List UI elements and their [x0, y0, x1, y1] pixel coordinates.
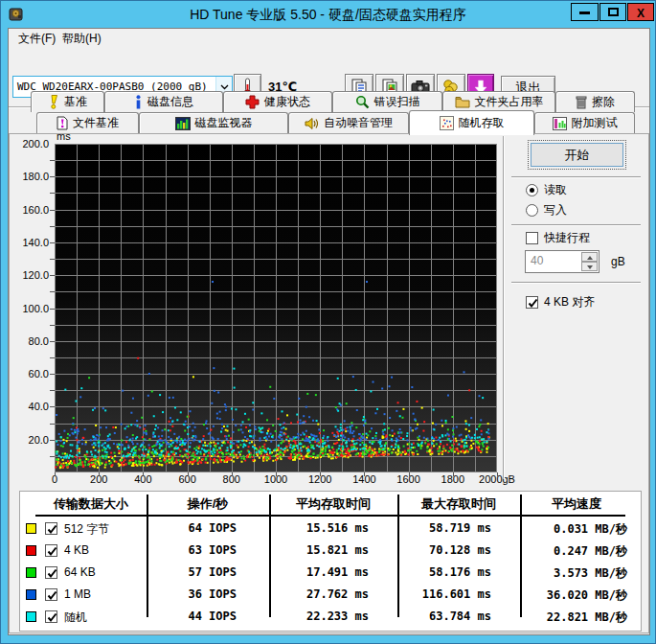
y-tick [50, 440, 55, 441]
y-axis-label: 40.0 [11, 401, 49, 412]
write-radio[interactable] [526, 204, 538, 217]
tab-label: 自动噪音管理 [324, 115, 393, 131]
tab-label: 随机存取 [459, 115, 505, 131]
series-label: 1 MB [64, 587, 147, 601]
series-checkbox[interactable] [45, 522, 57, 535]
client-area: 文件(F) 帮助(H) WDC WD20EARX-00PASB0 (2000 g… [8, 28, 650, 635]
table-header: 操作/秒 [148, 495, 267, 513]
y-tick [50, 325, 55, 326]
y-axis-label: 100.0 [11, 303, 49, 314]
x-tick [99, 472, 100, 476]
tab-random-access[interactable]: 随机存取 [409, 110, 534, 135]
tab-label: 附加测试 [572, 115, 618, 131]
spin-up-button[interactable] [581, 252, 598, 262]
y-axis-unit: ms [57, 130, 71, 142]
align-checkbox[interactable] [526, 296, 538, 309]
maximize-button[interactable] [599, 3, 626, 21]
tab-aam[interactable]: 自动噪音管理 [288, 112, 409, 133]
y-tick [50, 291, 55, 292]
close-button[interactable]: X [627, 3, 654, 21]
table-row: 512 字节64 IOPS15.516 ms58.719 ms0.031 MB/… [20, 518, 641, 540]
read-option[interactable]: 读取 [526, 182, 567, 198]
series-checkbox[interactable] [45, 610, 57, 623]
tab-label: 磁盘监视器 [195, 115, 253, 131]
series-label: 64 KB [64, 565, 147, 579]
spin-down-button[interactable] [581, 262, 598, 271]
spinner-buttons [581, 252, 598, 271]
tab-erase[interactable]: 擦除 [555, 91, 635, 112]
short-stroke-size-field[interactable]: 40 [525, 250, 599, 273]
tab-disk-info[interactable]: 磁盘信息 [104, 91, 223, 112]
start-button[interactable]: 开始 [531, 143, 623, 167]
speed-value: 0.031 MB/秒 [522, 521, 631, 538]
short-stroke-option[interactable]: 快捷行程 [526, 230, 590, 246]
x-tick [188, 472, 189, 476]
file-benchmark-icon [57, 116, 68, 130]
speed-value: 22.821 MB/秒 [522, 610, 631, 626]
series-checkbox[interactable] [45, 588, 57, 601]
write-option[interactable]: 写入 [526, 202, 567, 218]
separator [511, 224, 641, 226]
avg-access-value: 17.491 ms [271, 565, 396, 579]
iops-value: 36 IOPS [148, 587, 267, 601]
tab-disk-monitor[interactable]: 磁盘监视器 [139, 112, 288, 133]
read-label: 读取 [544, 182, 567, 198]
y-tick [50, 242, 55, 243]
extra-tests-icon [553, 117, 567, 130]
table-header: 最大存取时间 [399, 495, 518, 513]
iops-value: 64 IOPS [148, 521, 267, 535]
menu-help[interactable]: 帮助(H) [55, 29, 109, 48]
table-row: 64 KB57 IOPS17.491 ms58.176 ms3.573 MB/秒 [20, 563, 641, 585]
x-tick [453, 472, 454, 476]
tab-label: 擦除 [592, 94, 615, 110]
tab-label: 错误扫描 [374, 94, 420, 110]
minimize-button[interactable] [571, 3, 599, 21]
toolbar: WDC WD20EARX-00PASB0 (2000 gB) 31℃ [9, 48, 649, 88]
tab-file-benchmark[interactable]: 文件基准 [36, 112, 139, 133]
table-row: 4 KB63 IOPS15.821 ms70.128 ms0.247 MB/秒 [20, 540, 641, 563]
read-radio[interactable] [526, 184, 538, 196]
y-tick [50, 341, 55, 342]
x-tick [409, 472, 410, 476]
tab-row-2: 文件基准 磁盘监视器 自动噪音管理 [9, 112, 649, 133]
x-tick [320, 472, 321, 476]
header-underline [35, 515, 625, 517]
max-access-value: 70.128 ms [399, 543, 518, 557]
max-access-value: 116.601 ms [399, 587, 518, 601]
short-stroke-checkbox[interactable] [526, 232, 538, 244]
random-access-chart [55, 144, 497, 472]
benchmark-icon [48, 95, 59, 109]
tab-row-1: 基准 磁盘信息 健康状态 错误扫描 [9, 91, 649, 112]
speed-value: 36.020 MB/秒 [522, 587, 631, 604]
y-tick [50, 210, 55, 211]
y-tick [50, 406, 55, 407]
max-access-value: 58.719 ms [399, 521, 518, 535]
tab-benchmark[interactable]: 基准 [31, 91, 104, 112]
y-axis-label: 180.0 [11, 171, 49, 182]
x-tick [55, 472, 56, 476]
table-row: 随机44 IOPS22.233 ms63.784 ms22.821 MB/秒 [20, 607, 641, 629]
series-checkbox[interactable] [45, 566, 57, 579]
tab-label: 磁盘信息 [147, 94, 193, 110]
y-axis-label: 20.0 [11, 434, 49, 446]
tab-label: 健康状态 [264, 94, 310, 110]
tab-extra-tests[interactable]: 附加测试 [534, 112, 635, 133]
short-stroke-label: 快捷行程 [544, 230, 590, 246]
align-option[interactable]: 4 KB 对齐 [526, 294, 595, 310]
tab-label: 文件基准 [73, 115, 119, 131]
series-color-swatch [26, 567, 36, 578]
menu-bar: 文件(F) 帮助(H) [9, 29, 649, 48]
avg-access-value: 27.762 ms [271, 587, 396, 601]
avg-access-value: 15.821 ms [271, 543, 396, 557]
tab-health[interactable]: 健康状态 [223, 91, 332, 112]
disk-monitor-icon [175, 117, 191, 130]
tab-error-scan[interactable]: 错误扫描 [332, 91, 442, 112]
y-tick [50, 456, 55, 457]
y-tick [50, 390, 55, 391]
speed-value: 0.247 MB/秒 [522, 543, 631, 560]
tab-folder-usage[interactable]: 文件夹占用率 [442, 91, 555, 112]
y-tick [50, 226, 55, 227]
y-axis-label: 80.0 [11, 335, 49, 347]
title-bar[interactable]: HD Tune 专业版 5.50 - 硬盘/固态硬盘实用程序 X [1, 1, 655, 28]
series-checkbox[interactable] [45, 544, 57, 557]
